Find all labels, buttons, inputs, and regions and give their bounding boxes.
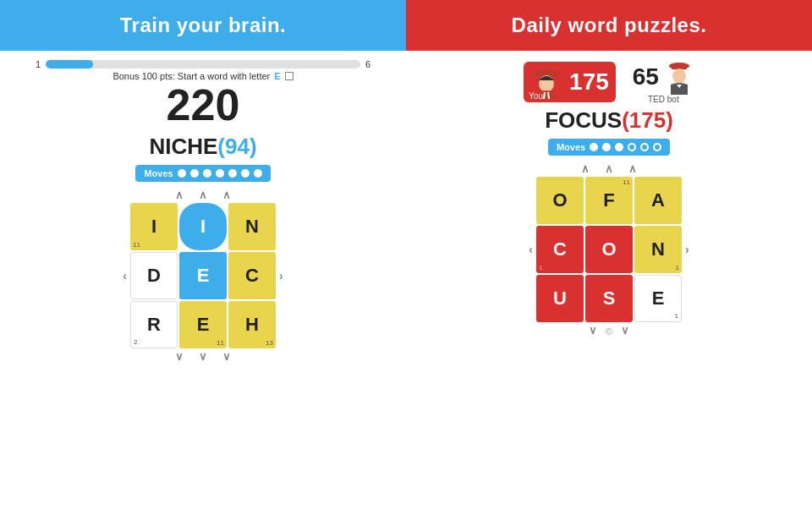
left-word-score: (94) [217, 134, 256, 159]
player-you-score: 175 [569, 68, 609, 96]
left-bottom-arrows: ∨ ∨ ∨ [146, 350, 260, 363]
player-you: 175 You [524, 62, 616, 102]
left-moves-row: Moves [135, 165, 270, 182]
left-top-arrows: ∧ ∧ ∧ [146, 189, 260, 201]
players-section: 175 You 65 [423, 59, 795, 104]
right-down-arrow-2[interactable]: ∨ [614, 324, 636, 337]
move-dot-4 [216, 169, 224, 178]
right-moves-label: Moves [557, 142, 585, 152]
right-word-score: (175) [622, 107, 673, 133]
right-down-arrow-1[interactable]: ∨ [582, 324, 604, 337]
left-right-btn[interactable]: › [276, 266, 287, 286]
bonus-letter: E [274, 71, 280, 81]
move-dot-1 [178, 169, 186, 178]
bonus-checkbox[interactable] [285, 72, 294, 80]
score-number: 220 [167, 83, 240, 127]
left-left-btn[interactable]: ‹ [119, 266, 130, 286]
right-top-arrows: ∧ ∧ ∧ [552, 162, 666, 175]
right-word-title: FOCUS(175) [545, 107, 673, 134]
rgrid-cell-2: A [634, 177, 682, 224]
progress-section: 1 6 Bonus 100 pts: Start a word with let… [17, 59, 389, 130]
rgrid-cell-4: O [585, 226, 633, 273]
right-panel: 175 You 65 [406, 51, 812, 515]
player-ted-label: TED bot [648, 95, 679, 104]
grid-cell-1: I [179, 203, 227, 250]
right-move-dot-6 [653, 143, 661, 151]
grid-cell-6: 2 R [130, 301, 178, 348]
move-dot-3 [203, 169, 211, 178]
left-down-arrow-2[interactable]: ∨ [192, 350, 214, 363]
rgrid-cell-8: 1 E [634, 275, 682, 322]
move-dot-5 [228, 169, 237, 178]
player-you-card: 175 You [524, 62, 616, 102]
left-down-arrow-3[interactable]: ∨ [216, 350, 238, 363]
left-word-grid: 11 I I N D E [130, 203, 276, 348]
left-word-title: NICHE(94) [149, 134, 256, 160]
left-banner: Train your brain. [0, 0, 406, 51]
left-down-arrow-1[interactable]: ∨ [168, 350, 190, 363]
right-move-dot-5 [640, 143, 649, 151]
svg-line-4 [548, 92, 549, 99]
grid-cell-7: 11 E [179, 301, 227, 348]
right-right-btn[interactable]: › [682, 239, 693, 260]
right-word: FOCUS [545, 107, 622, 133]
right-word-grid: O 11 F A 1 C O [536, 177, 682, 322]
player-ted-score: 65 [633, 63, 659, 90]
player-you-label: You [529, 91, 543, 101]
left-panel: 1 6 Bonus 100 pts: Start a word with let… [0, 51, 406, 515]
right-grid-nav: ‹ O 11 F A 1 C [525, 177, 692, 322]
header-row: Train your brain. Daily word puzzles. [0, 0, 812, 51]
left-moves-label: Moves [144, 168, 173, 178]
move-dot-2 [190, 169, 199, 178]
left-word: NICHE [149, 134, 217, 159]
progress-bar-fill [46, 60, 93, 68]
svg-point-7 [672, 68, 686, 84]
move-dot-7 [254, 169, 262, 178]
right-up-arrow-2[interactable]: ∧ [598, 162, 620, 175]
left-grid-container: ∧ ∧ ∧ ‹ 11 I I N [119, 189, 286, 363]
right-up-arrow-1[interactable]: ∧ [574, 162, 596, 175]
player-ted-card: 65 TED bot [633, 59, 694, 104]
right-banner-text: Daily word puzzles. [512, 14, 707, 37]
grid-cell-3: D [130, 252, 178, 299]
left-up-arrow-3[interactable]: ∧ [216, 189, 238, 201]
svg-line-3 [544, 92, 545, 99]
right-move-dot-4 [628, 143, 636, 151]
grid-cell-8: 13 H [228, 301, 276, 348]
right-left-btn[interactable]: ‹ [525, 239, 536, 260]
progress-start: 1 [36, 59, 41, 69]
left-banner-text: Train your brain. [120, 14, 287, 37]
right-up-arrow-3[interactable]: ∧ [622, 162, 644, 175]
right-move-dot-1 [590, 143, 598, 151]
rgrid-cell-1: 11 F [585, 177, 633, 224]
right-move-dot-3 [615, 143, 623, 151]
progress-bar-bg [46, 60, 360, 68]
left-up-arrow-1[interactable]: ∧ [168, 189, 190, 201]
rgrid-cell-6: U [536, 275, 584, 322]
move-dot-6 [241, 169, 250, 178]
right-bottom-row: ∨ © ∨ [582, 324, 636, 337]
main-row: 1 6 Bonus 100 pts: Start a word with let… [0, 51, 812, 515]
left-up-arrow-2[interactable]: ∧ [192, 189, 214, 201]
progress-end: 6 [365, 59, 370, 69]
rgrid-cell-3: 1 C [536, 226, 584, 273]
rgrid-cell-7: S [585, 275, 633, 322]
copyright: © [606, 326, 612, 337]
right-moves-row: Moves [548, 139, 670, 156]
grid-cell-0: 11 I [130, 203, 178, 250]
left-grid-nav: ‹ 11 I I N D [119, 203, 286, 348]
rgrid-cell-0: O [536, 177, 584, 224]
right-move-dot-2 [602, 143, 611, 151]
avatar-ted [664, 59, 694, 95]
rgrid-cell-5: 1 N [634, 226, 682, 273]
grid-cell-5: C [228, 252, 276, 299]
right-banner: Daily word puzzles. [406, 0, 812, 51]
grid-cell-4: E [179, 252, 227, 299]
right-grid-container: ∧ ∧ ∧ ‹ O 11 F A [525, 162, 692, 337]
grid-cell-2: N [228, 203, 276, 250]
progress-bar-row: 1 6 [36, 59, 370, 69]
